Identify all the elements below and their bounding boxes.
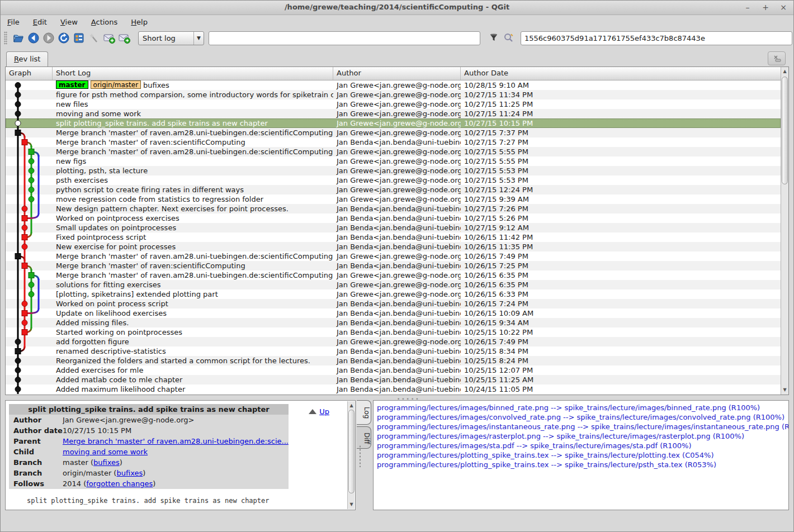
scroll-down-icon[interactable]: ▼ (348, 501, 355, 509)
close-button[interactable]: × (779, 2, 788, 12)
search-input[interactable] (209, 31, 480, 45)
commit-subject: python script to create firing rates in … (56, 186, 244, 194)
view-mode-select[interactable]: Short log ▼ (138, 31, 204, 45)
commit-row[interactable]: Update on likelihood exercisesJan Benda<… (6, 308, 781, 318)
commit-row[interactable]: New exercise for point processesJan Bend… (6, 242, 781, 251)
menu-view[interactable]: View (60, 18, 78, 26)
commit-row[interactable]: Merge branch 'master' of raven.am28.uni-… (6, 128, 781, 137)
commit-row[interactable]: Worked on pointprocess exercisesJan Bend… (6, 213, 781, 223)
commit-row[interactable]: psth exercisesJan Grewe<jan.grewe@g-node… (6, 175, 781, 185)
detail-link[interactable]: moving and some work (63, 448, 148, 456)
view-mode-value: Short log (139, 34, 193, 42)
commit-row[interactable]: figure for psth method comparsion, some … (6, 90, 781, 99)
commit-row[interactable]: Fixed pointprocess scriptJan Benda<jan.b… (6, 232, 781, 242)
tab-log[interactable]: Log (357, 400, 371, 425)
column-header-short-log[interactable]: Short Log (53, 67, 333, 80)
detail-link[interactable]: Merge branch 'master' of raven.am28.uni-… (63, 437, 289, 445)
commit-subject: Merge branch 'master' of raven.am28.uni-… (56, 252, 333, 260)
scrollbar-thumb[interactable] (782, 77, 788, 184)
minimize-button[interactable]: – (743, 2, 752, 12)
changed-file-line[interactable]: programming/lectures/images/sta.pdf --> … (377, 441, 785, 450)
commit-author: Jan Benda<jan.benda@uni-tuebing... (333, 242, 461, 251)
rev-list-scrollbar[interactable]: ▲ ▼ (781, 67, 788, 395)
sha-search-icon[interactable] (501, 31, 516, 45)
toolbar-drag-handle[interactable] (4, 31, 7, 45)
column-header-graph[interactable]: Graph (6, 67, 53, 80)
maximize-button[interactable]: + (761, 2, 770, 12)
up-link[interactable]: Up (309, 407, 329, 416)
tab-rev-list[interactable]: Rev list (6, 51, 48, 66)
changed-file-line[interactable]: programming/lectures/images/convolved_ra… (377, 412, 785, 422)
commit-author: Jan Benda<jan.benda@uni-tuebing... (333, 299, 461, 308)
changed-file-line[interactable]: programming/lectures/images/instantaneou… (377, 422, 785, 431)
commit-date: 10/27/15 9:39 AM (461, 194, 781, 204)
commit-row[interactable]: Reorganized the folders and started a co… (6, 356, 781, 365)
commit-row[interactable]: moving and some workJan Grewe<jan.grewe@… (6, 109, 781, 118)
commit-row[interactable]: new filesJan Grewe<jan.grewe@g-node.org>… (6, 99, 781, 109)
commit-row[interactable]: Added maximum likelihood chapterJan Bend… (6, 384, 781, 394)
commit-date: 10/26/15 6:35 PM (461, 270, 781, 280)
detail-scrollbar[interactable]: ▲ ▼ (347, 401, 355, 509)
menu-help[interactable]: Help (131, 18, 148, 26)
changed-file-line[interactable]: programming/lectures/plotting_spike_trai… (377, 450, 785, 460)
open-icon[interactable] (11, 31, 26, 45)
commit-date: 10/25/15 8:34 PM (461, 346, 781, 356)
commit-author: Jan Grewe<jan.grewe@g-node.org> (333, 147, 461, 156)
commit-row[interactable]: masterorigin/masterbufixesJan Grewe<jan.… (6, 80, 781, 90)
commit-row[interactable]: Started working on pointprocessesJan Ben… (6, 327, 781, 337)
scroll-up-icon[interactable]: ▲ (348, 402, 355, 410)
horizontal-splitter[interactable]: ••••• (5, 395, 789, 400)
commit-row[interactable]: New design pattern chapter. Next exercis… (6, 204, 781, 213)
forward-icon[interactable] (41, 31, 56, 45)
scroll-up-icon[interactable]: ▲ (781, 68, 788, 75)
changed-file-line[interactable]: programming/lectures/plotting_spike_trai… (377, 460, 785, 469)
commit-author: Jan Benda<jan.benda@uni-tuebing... (333, 223, 461, 232)
commit-author: Jan Benda<jan.benda@uni-tuebing... (333, 137, 461, 147)
vertical-splitter[interactable] (359, 445, 361, 467)
menu-edit[interactable]: Edit (33, 18, 47, 26)
back-icon[interactable] (26, 31, 41, 45)
scroll-down-icon[interactable]: ▼ (781, 386, 788, 394)
commit-row[interactable]: move regression code from statistics to … (6, 194, 781, 204)
commit-row[interactable]: plotting, psth, sta lectureJan Grewe<jan… (6, 166, 781, 175)
menu-actions[interactable]: Actions (91, 18, 118, 26)
wand-icon[interactable] (86, 31, 101, 45)
commit-row[interactable]: Merge branch 'master' of raven:scientifi… (6, 137, 781, 147)
patch-view-icon[interactable] (71, 31, 86, 45)
apply-patch-icon[interactable] (116, 31, 131, 45)
commit-row[interactable]: python script to create firing rates in … (6, 185, 781, 194)
commit-row[interactable]: Worked on point process scriptJan Benda<… (6, 299, 781, 308)
detail-link[interactable]: bufixes (116, 469, 143, 477)
column-header-author[interactable]: Author (333, 67, 461, 80)
commit-subject: Merge branch 'master' of raven.am28.uni-… (56, 271, 333, 279)
column-header-author-date[interactable]: Author Date (461, 67, 788, 80)
detail-link[interactable]: forgotten changes (86, 479, 153, 488)
changed-file-line[interactable]: programming/lectures/images/binned_rate.… (377, 403, 785, 412)
commit-row[interactable]: Added missing files.Jan Benda<jan.benda@… (6, 318, 781, 327)
commit-row[interactable]: solutions for fitting exercisesJan Grewe… (6, 280, 781, 289)
commit-row[interactable]: split plotting_spike trains. add spike t… (6, 118, 781, 128)
scrollbar-thumb[interactable] (348, 410, 355, 493)
commit-author: Jan Benda<jan.benda@uni-tuebing... (333, 232, 461, 242)
commit-row[interactable]: Merge branch 'master' of raven.am28.uni-… (6, 147, 781, 156)
commit-row[interactable]: [plotting, spiketrains] extended plottin… (6, 289, 781, 299)
save-patch-icon[interactable] (101, 31, 116, 45)
filter-icon[interactable] (486, 31, 501, 45)
refresh-icon[interactable] (56, 31, 71, 45)
changed-file-line[interactable]: programming/lectures/images/rasterplot.p… (377, 431, 785, 441)
menu-file[interactable]: File (7, 18, 20, 26)
commit-row[interactable]: Merge branch 'master' of raven.am28.uni-… (6, 251, 781, 261)
commit-row[interactable]: Added matlab code to mle chapterJan Bend… (6, 375, 781, 384)
detach-tab-button[interactable] (768, 51, 786, 65)
commit-row[interactable]: add forgotten figureJan Grewe<jan.grewe@… (6, 337, 781, 346)
commit-row[interactable]: Merge branch 'master' of raven.am28.uni-… (6, 270, 781, 280)
rev-list-header: Graph Short Log Author Author Date (6, 67, 788, 80)
detail-link[interactable]: bufixes (93, 458, 120, 467)
commit-row[interactable]: new figsJan Grewe<jan.grewe@g-node.org>1… (6, 156, 781, 166)
commit-row[interactable]: renamed descriptive-statisticsJan Benda<… (6, 346, 781, 356)
sha-input[interactable] (521, 31, 792, 45)
commit-row[interactable]: Added exercises for mleJan Benda<jan.ben… (6, 365, 781, 375)
up-link-text[interactable]: Up (319, 407, 329, 416)
commit-row[interactable]: Small updates on pointprocessesJan Benda… (6, 223, 781, 232)
commit-row[interactable]: Merge branch 'master' of raven:scientifi… (6, 261, 781, 270)
